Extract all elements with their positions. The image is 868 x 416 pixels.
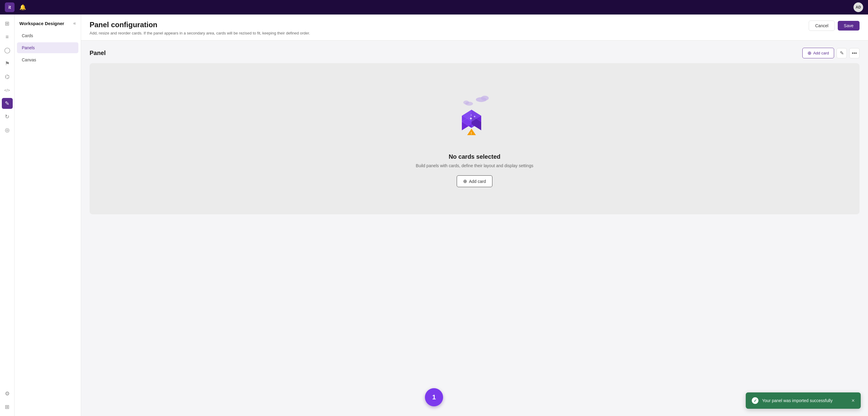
toast-notification: ✓ Your panel was imported successfully × xyxy=(746,392,861,409)
sidebar-item-user[interactable]: ◯ xyxy=(2,45,13,56)
sidebar-item-code[interactable]: </> xyxy=(2,85,13,96)
svg-point-3 xyxy=(463,101,469,105)
nav-item-cards[interactable]: Cards xyxy=(17,30,79,41)
nav-item-canvas[interactable]: Canvas xyxy=(17,55,79,65)
page-subtitle: Add, resize and reorder cards. If the pa… xyxy=(90,31,310,35)
sidebar-item-edit[interactable]: ✎ xyxy=(2,98,13,109)
more-options-button[interactable]: ••• xyxy=(849,48,860,58)
page-title: Panel configuration xyxy=(90,21,310,29)
edit-panel-button[interactable]: ✎ xyxy=(837,48,847,58)
empty-state: ✦ ✦ ✦ ! No cards selected Build panels w… xyxy=(90,63,860,214)
left-panel: Workspace Designer « Cards Panels Canvas xyxy=(14,14,81,416)
logo: it xyxy=(5,2,14,12)
add-card-center-button[interactable]: ⊕ Add card xyxy=(457,175,492,187)
nav-item-panels[interactable]: Panels xyxy=(17,42,79,53)
empty-state-subtitle: Build panels with cards, define their la… xyxy=(416,163,533,168)
plus-circle-icon: ⊕ xyxy=(807,50,811,56)
content-header: Panel configuration Add, resize and reor… xyxy=(81,14,868,40)
sidebar-item-settings[interactable]: ⚙ xyxy=(2,388,13,399)
check-icon: ✓ xyxy=(753,398,757,403)
sidebar-item-fingerprint[interactable]: ⌬ xyxy=(2,71,13,82)
icon-sidebar: ⊞ ≡ ◯ ⚑ ⌬ </> ✎ ↻ ◎ ⚙ ⊞ xyxy=(0,14,14,416)
workspace-designer-title: Workspace Designer xyxy=(19,21,64,26)
svg-point-1 xyxy=(481,96,489,101)
avatar[interactable]: AD xyxy=(854,2,863,12)
svg-text:✦: ✦ xyxy=(470,114,472,116)
toast-message: Your panel was imported successfully xyxy=(762,398,848,403)
top-navigation: it 🔔 AD xyxy=(0,0,868,14)
sidebar-item-apps[interactable]: ⊞ xyxy=(2,402,13,412)
add-card-button[interactable]: ⊕ Add card xyxy=(802,48,834,58)
collapse-button[interactable]: « xyxy=(73,21,76,26)
panel-title: Panel xyxy=(90,49,105,57)
main-content: Panel configuration Add, resize and reor… xyxy=(81,14,868,416)
sidebar-item-pin[interactable]: ⚑ xyxy=(2,58,13,69)
svg-text:✦: ✦ xyxy=(469,116,473,121)
toast-success-icon: ✓ xyxy=(752,397,758,404)
sidebar-item-refresh[interactable]: ↻ xyxy=(2,111,13,122)
empty-illustration: ✦ ✦ ✦ ! xyxy=(447,91,502,145)
sidebar-item-list[interactable]: ≡ xyxy=(2,31,13,42)
sidebar-item-grid[interactable]: ⊞ xyxy=(2,18,13,29)
svg-text:✦: ✦ xyxy=(473,115,476,118)
plus-circle-icon-center: ⊕ xyxy=(463,178,467,184)
notifications-icon[interactable]: 🔔 xyxy=(19,4,26,10)
panel-area: Panel ⊕ Add card ✎ ••• xyxy=(81,40,868,416)
empty-state-title: No cards selected xyxy=(448,153,500,160)
svg-text:!: ! xyxy=(471,132,472,135)
toast-close-button[interactable]: × xyxy=(851,397,855,404)
cancel-button[interactable]: Cancel xyxy=(809,21,835,31)
save-button[interactable]: Save xyxy=(838,21,860,31)
sidebar-item-target[interactable]: ◎ xyxy=(2,125,13,135)
import-badge: 1 xyxy=(425,388,443,406)
